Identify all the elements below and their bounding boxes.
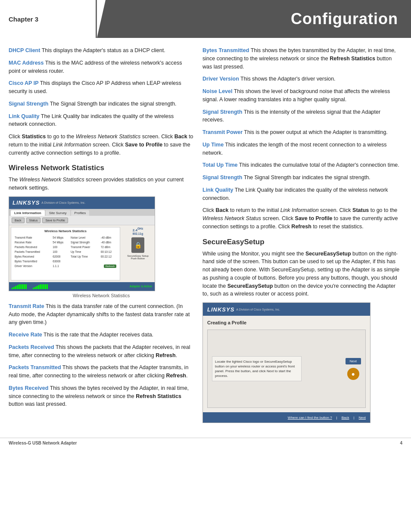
signal-strength-para3: Signal Strength The Signal Strength bar … (202, 174, 402, 182)
wns-intro: The Wireless Network Statistics screen p… (9, 176, 194, 192)
ss2-content: Creating a Profile Locate the lighted Ci… (203, 316, 370, 412)
receive-rate-text: This is the rate that the Adapter receiv… (44, 332, 153, 338)
screenshot1-inner: LINKSYS A Division of Cisco Systems, Inc… (9, 197, 155, 291)
ss2-button-area: Next ● (346, 358, 361, 380)
ss1-tab-link[interactable]: Link Information (11, 210, 45, 216)
ss2-instruction-text: Locate the lighted Cisco logo or SecureE… (212, 356, 302, 382)
cisco-ap-ip-term: Cisco AP IP (9, 80, 38, 86)
ss2-where-link[interactable]: Where can I find the button ? (288, 416, 332, 420)
transmit-power-para: Transmit Power This is the power output … (202, 128, 402, 137)
screenshot1: LINKSYS A Division of Cisco Systems, Inc… (9, 196, 155, 291)
ses-bold1: SecureEasySetup (305, 251, 351, 257)
link-quality-para1: Link Quality The Link Quality bar indica… (9, 112, 194, 129)
refresh-stats-bold1: Refresh Statistics (136, 393, 181, 399)
chapter-label: Chapter 3 (9, 16, 38, 23)
ss1-main: Wireless Network Statistics Transmit Rat… (11, 227, 120, 280)
receive-rate-para: Receive Rate This is the rate that the A… (9, 331, 194, 339)
packets-transmitted-para: Packets Transmitted This shows the packe… (9, 364, 194, 380)
statistics-bold: Statistics (22, 134, 46, 140)
left-column: DHCP Client This displays the Adapter's … (9, 47, 194, 425)
table-row: Packets Transmitted100 Up Time00:10:12 (14, 250, 117, 254)
bytes-received-term: Bytes Received (9, 385, 48, 391)
ss1-refresh-btn[interactable]: Refresh (104, 264, 116, 268)
link-info-italic2: Link Information (280, 207, 319, 213)
ss1-right-panel: 2.4GHz802.11g 🔒 SecureEasy SetupPush But… (123, 227, 153, 280)
signal-bar (12, 284, 27, 289)
ss1-freq: 2.4GHz802.11g (133, 227, 143, 236)
ss1-buttons: Back Status Save to Profile (9, 216, 155, 225)
ss1-tab-site[interactable]: Site Survey (46, 210, 70, 216)
ss1-content: Wireless Network Statistics Transmit Rat… (9, 225, 155, 282)
ss1-logo-sub: A Division of Cisco Systems, Inc. (41, 201, 85, 204)
signal-strength-para1: Signal Strength The Signal Strength bar … (9, 100, 194, 108)
packets-received-term: Packets Received (9, 344, 54, 350)
packets-received-para: Packets Received This shows the packets … (9, 343, 194, 360)
driver-version-term: Driver Version (202, 76, 239, 82)
ss2-back-link[interactable]: Back (342, 416, 349, 420)
up-time-para: Up Time This indicates the length of the… (202, 141, 402, 157)
back-bold2: Back (216, 207, 229, 213)
transmit-power-term: Transmit Power (202, 129, 243, 135)
mac-address-para: MAC Address This is the MAC address of t… (9, 59, 194, 75)
ss1-status-btn[interactable]: Status (26, 218, 41, 223)
back-para: Click Back to return to the initial Link… (202, 206, 402, 230)
bytes-transmitted-para: Bytes Transmitted This shows the bytes t… (202, 47, 402, 71)
page-body: DHCP Client This displays the Adapter's … (0, 38, 411, 433)
link-quality-term2: Link Quality (202, 187, 234, 193)
ss1-tab-profiles[interactable]: Profiles (71, 210, 90, 216)
lock-icon: 🔒 (131, 237, 144, 253)
ss1-save-btn[interactable]: Save to Profile (42, 218, 68, 223)
save-profile-bold1: Save to Profile (125, 142, 162, 148)
right-column: Bytes Transmitted This shows the bytes t… (202, 47, 402, 425)
ss2-sep1: | (336, 416, 337, 420)
page-header: Chapter 3 Configuration (0, 0, 411, 38)
up-time-text: This indicates the length of the most re… (202, 142, 387, 156)
title-block: Configuration (97, 0, 411, 38)
noise-level-term: Noise Level (202, 88, 232, 94)
ss2-panel: Locate the lighted Cisco logo or SecureE… (207, 330, 366, 408)
table-row: Bytes Transmitted63000 (14, 259, 117, 263)
status-bold: Status (352, 207, 369, 213)
noise-level-para: Noise Level This shows the level of back… (202, 87, 402, 104)
total-up-time-text: This indicates the cumulative total of t… (239, 162, 399, 168)
driver-version-text: This shows the Adapter's driver version. (240, 76, 336, 82)
table-row: Driver Version1.1.1 Refresh (14, 264, 117, 268)
transmit-rate-para: Transmit Rate This is the data transfer … (9, 302, 194, 327)
ss1-adapter-status: Adapter is Active (130, 285, 152, 288)
dhcp-client-text: This displays the Adapter's status as a … (42, 47, 165, 53)
ss1-ses-label: SecureEasy SetupPush Button (127, 255, 149, 260)
save-profile-bold2: Save to Profile (295, 215, 333, 221)
ss1-status-bar: Adapter is Active (9, 282, 155, 291)
ss2-topbar: LINKSYS A Division of Cisco Systems, Inc… (203, 303, 370, 316)
receive-rate-term: Receive Rate (9, 332, 42, 338)
wns-italic3: Wireless Network Status (202, 215, 261, 221)
table-row: Transmit Rate54 Mbps Noise Level-40 dBm (14, 236, 117, 240)
ss1-back-btn[interactable]: Back (12, 218, 25, 223)
mac-address-term: MAC Address (9, 60, 44, 66)
refresh-bold2: Refresh (166, 373, 186, 379)
transmit-rate-term: Transmit Rate (9, 303, 44, 309)
total-up-time-para: Total Up Time This indicates the cumulat… (202, 161, 402, 169)
click-stats-para: Click Statistics to go to the Wireless N… (9, 133, 194, 157)
page-footer: Wireless-G USB Network Adapter 4 (0, 438, 411, 448)
cisco-ap-ip-para: Cisco AP IP This displays the Cisco AP I… (9, 79, 194, 96)
refresh-stats-bold2: Refresh Statistics (330, 56, 375, 62)
ss2-next-link[interactable]: Next (359, 416, 366, 420)
ss2-sep2: | (353, 416, 354, 420)
ss2-next-btn[interactable]: Next (346, 358, 361, 364)
signal-strength-text1: The Signal Strength bar indicates the si… (50, 101, 177, 107)
ss1-tabs: Link Information Site Survey Profiles (9, 209, 155, 216)
dhcp-client-term: DHCP Client (9, 47, 40, 53)
link-quality-term1: Link Quality (9, 113, 40, 119)
screenshot2-inner: LINKSYS A Division of Cisco Systems, Inc… (203, 303, 370, 423)
ss2-window-title: Creating a Profile (207, 320, 366, 325)
bytes-transmitted-term: Bytes Transmitted (202, 47, 249, 53)
dhcp-client-para: DHCP Client This displays the Adapter's … (9, 47, 194, 55)
link-quality-para2: Link Quality The Link Quality bar indica… (202, 186, 402, 202)
driver-version-para: Driver Version This shows the Adapter's … (202, 75, 402, 83)
up-time-term: Up Time (202, 142, 224, 148)
signal-strength-term2: Signal Strength (202, 109, 242, 115)
ss2-bottom-bar: Where can I find the button ? | Back | N… (203, 412, 370, 423)
wns-heading: Wireless Network Statistics (9, 164, 194, 172)
ses-circle-button[interactable]: ● (347, 368, 359, 380)
